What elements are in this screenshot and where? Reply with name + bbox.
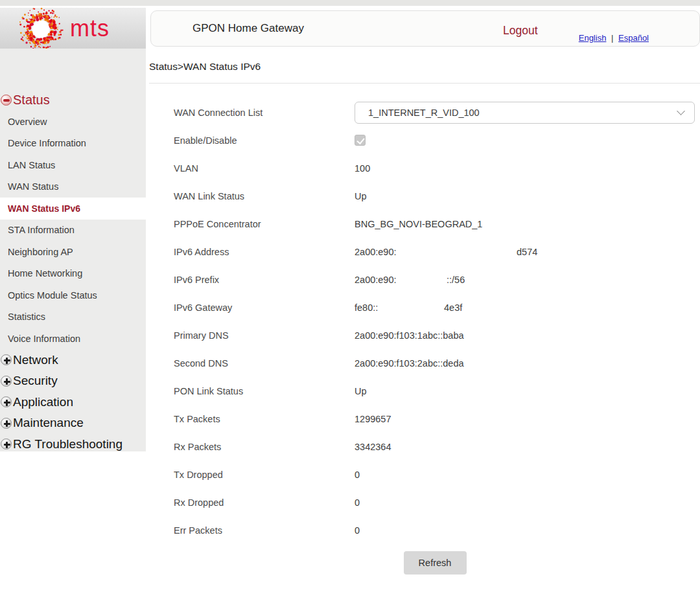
sidebar-section-maintenance[interactable]: Maintenance bbox=[0, 413, 146, 434]
field-label: Tx Dropped bbox=[149, 470, 355, 480]
sidebar-item-label: STA Information bbox=[8, 225, 75, 235]
sidebar: Status Overview Device Information LAN S… bbox=[0, 49, 146, 451]
sidebar-item-label: Home Networking bbox=[8, 268, 82, 279]
field-row-pon-link-status: PON Link Status Up bbox=[149, 377, 700, 405]
field-label: Second DNS bbox=[149, 358, 355, 369]
sidebar-section-application[interactable]: Application bbox=[0, 392, 146, 413]
sidebar-item-wan-status[interactable]: WAN Status bbox=[0, 176, 146, 198]
logout-button[interactable]: Logout bbox=[503, 24, 538, 38]
sidebar-item-home-networking[interactable]: Home Networking bbox=[0, 263, 146, 285]
field-row-ipv6-address: IPv6 Address 2a00:e90: d574 bbox=[149, 238, 700, 266]
field-label: Enable/Disable bbox=[149, 135, 355, 146]
sidebar-menu: Status Overview Device Information LAN S… bbox=[0, 49, 146, 455]
sidebar-section-status[interactable]: Status bbox=[0, 89, 146, 111]
value-suffix: d574 bbox=[517, 246, 537, 258]
language-link-english[interactable]: English bbox=[579, 33, 607, 43]
sidebar-item-sta-information[interactable]: STA Information bbox=[0, 220, 146, 242]
field-row-wan-connection-list: WAN Connection List 1_INTERNET_R_VID_100 bbox=[149, 98, 700, 126]
field-row-pppoe-concentrator: PPPoE Concentrator BNG_BG_NOVI-BEOGRAD_1 bbox=[149, 210, 700, 238]
sidebar-item-label: LAN Status bbox=[8, 160, 55, 170]
expand-icon[interactable] bbox=[1, 418, 12, 429]
value-prefix: 2a00:e90: bbox=[355, 275, 397, 285]
field-row-wan-link-status: WAN Link Status Up bbox=[149, 182, 700, 210]
sidebar-item-label: Statistics bbox=[8, 312, 45, 322]
sidebar-item-label: Voice Information bbox=[8, 334, 80, 344]
sidebar-section-label: Maintenance bbox=[13, 416, 84, 430]
sidebar-section-label: Application bbox=[13, 395, 73, 409]
field-label: PPPoE Concentrator bbox=[149, 219, 355, 229]
field-value-redacted: fe80:: 4e3f bbox=[355, 302, 700, 313]
sidebar-item-label: Optics Module Status bbox=[8, 290, 97, 301]
field-value: 3342364 bbox=[355, 442, 391, 452]
sidebar-item-neighboring-ap[interactable]: Neighboring AP bbox=[0, 241, 146, 263]
field-row-enable-disable: Enable/Disable bbox=[149, 126, 700, 154]
language-separator: | bbox=[611, 33, 613, 43]
field-row-tx-packets: Tx Packets 1299657 bbox=[149, 405, 700, 433]
field-label: WAN Link Status bbox=[149, 191, 355, 201]
field-value: 0 bbox=[355, 470, 360, 480]
sidebar-item-lan-status[interactable]: LAN Status bbox=[0, 154, 146, 176]
field-value: 0 bbox=[355, 497, 360, 508]
field-label: Primary DNS bbox=[149, 330, 355, 341]
collapse-icon[interactable] bbox=[1, 95, 12, 106]
field-label: VLAN bbox=[149, 163, 355, 174]
expand-icon[interactable] bbox=[1, 438, 12, 449]
expand-icon[interactable] bbox=[1, 376, 12, 387]
sidebar-item-overview[interactable]: Overview bbox=[0, 111, 146, 133]
sidebar-item-label: Device Information bbox=[8, 138, 86, 148]
field-label: Rx Dropped bbox=[149, 497, 355, 508]
expand-icon[interactable] bbox=[1, 396, 12, 407]
field-row-rx-packets: Rx Packets 3342364 bbox=[149, 433, 700, 461]
field-value: BNG_BG_NOVI-BEOGRAD_1 bbox=[355, 219, 482, 229]
sidebar-section-rg-troubleshooting[interactable]: RG Troubleshooting bbox=[0, 434, 146, 455]
field-label: PON Link Status bbox=[149, 386, 355, 396]
field-row-ipv6-prefix: IPv6 Prefix 2a00:e90: ::/56 bbox=[149, 266, 700, 293]
field-value: 0 bbox=[355, 525, 360, 536]
sidebar-item-label: Overview bbox=[8, 117, 47, 127]
refresh-button[interactable]: Refresh bbox=[404, 551, 467, 575]
field-row-err-packets: Err Packets 0 bbox=[149, 516, 700, 544]
sidebar-section-label: Network bbox=[13, 353, 58, 367]
value-prefix: fe80:: bbox=[355, 302, 378, 313]
wan-connection-list-select[interactable]: 1_INTERNET_R_VID_100 bbox=[355, 102, 695, 124]
sidebar-item-wan-status-ipv6[interactable]: WAN Status IPv6 bbox=[0, 198, 146, 220]
sidebar-item-label: Neighboring AP bbox=[8, 247, 73, 257]
sidebar-item-voice-information[interactable]: Voice Information bbox=[0, 328, 146, 350]
sidebar-section-label: RG Troubleshooting bbox=[13, 437, 122, 451]
field-label: IPv6 Gateway bbox=[149, 302, 355, 313]
expand-icon[interactable] bbox=[1, 354, 12, 365]
field-value: Up bbox=[355, 191, 367, 201]
sidebar-item-label: WAN Status bbox=[8, 181, 58, 192]
value-suffix: ::/56 bbox=[447, 274, 465, 286]
field-label: Tx Packets bbox=[149, 414, 355, 424]
field-row-ipv6-gateway: IPv6 Gateway fe80:: 4e3f bbox=[149, 293, 700, 321]
field-value: 2a00:e90:f103:1abc::baba bbox=[355, 330, 464, 341]
chevron-down-icon bbox=[677, 107, 685, 115]
language-link-espanol[interactable]: Español bbox=[618, 33, 649, 43]
field-value-redacted: 2a00:e90: ::/56 bbox=[355, 274, 700, 286]
field-label: Rx Packets bbox=[149, 442, 355, 452]
field-label: IPv6 Prefix bbox=[149, 275, 355, 285]
sidebar-item-statistics[interactable]: Statistics bbox=[0, 306, 146, 328]
sidebar-section-security[interactable]: Security bbox=[0, 370, 146, 392]
field-label: Err Packets bbox=[149, 525, 355, 536]
breadcrumb: Status>WAN Status IPv6 bbox=[149, 61, 261, 73]
field-row-rx-dropped: Rx Dropped 0 bbox=[149, 488, 700, 516]
value-prefix: 2a00:e90: bbox=[355, 247, 397, 257]
language-switcher: English | Español bbox=[579, 33, 649, 43]
sidebar-item-label: WAN Status IPv6 bbox=[8, 203, 80, 214]
field-rows: WAN Connection List 1_INTERNET_R_VID_100… bbox=[149, 84, 700, 575]
field-row-tx-dropped: Tx Dropped 0 bbox=[149, 461, 700, 488]
field-value: 100 bbox=[355, 163, 370, 174]
brand-header: mts bbox=[0, 8, 146, 49]
sidebar-section-label: Status bbox=[13, 93, 50, 108]
enable-disable-checkbox bbox=[355, 135, 366, 146]
page-header: GPON Home Gateway Logout English | Españ… bbox=[150, 10, 700, 47]
sidebar-section-label: Security bbox=[13, 374, 58, 388]
sidebar-item-optics-module-status[interactable]: Optics Module Status bbox=[0, 284, 146, 306]
field-value-redacted: 2a00:e90: d574 bbox=[355, 246, 700, 258]
field-row-second-dns: Second DNS 2a00:e90:f103:2abc::deda bbox=[149, 349, 700, 377]
sidebar-section-network[interactable]: Network bbox=[0, 350, 146, 371]
sidebar-item-device-information[interactable]: Device Information bbox=[0, 133, 146, 155]
top-strip bbox=[0, 0, 700, 6]
